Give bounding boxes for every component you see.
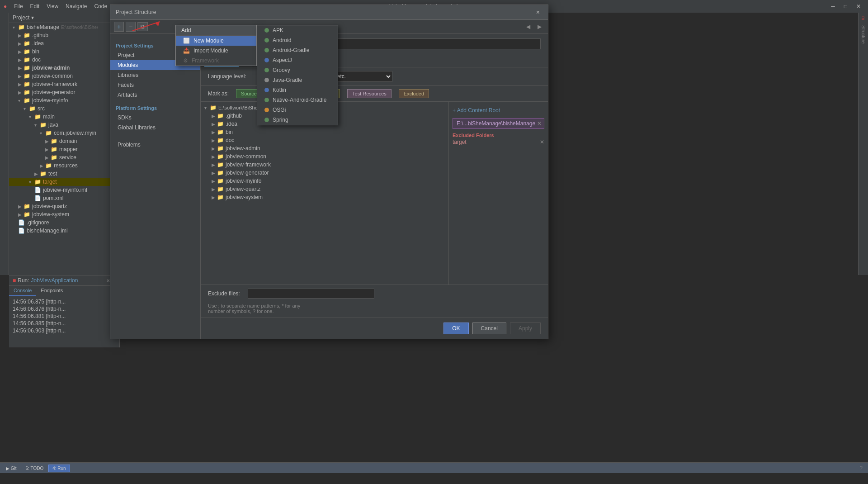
maven-icon[interactable]: m (861, 14, 866, 22)
apply-button[interactable]: Apply (510, 323, 541, 334)
tree-jobview-myinfo[interactable]: ▾📁jobview-myinfo (9, 96, 119, 104)
jobview-system-icon: 📁 (217, 194, 224, 200)
file-tree-jobview-system[interactable]: ▶ 📁 jobview-system (201, 193, 448, 201)
file-tree-doc[interactable]: ▶ 📁 doc (201, 136, 448, 144)
file-tree-jobview-quartz[interactable]: ▶ 📁 jobview-quartz (201, 185, 448, 193)
tab-endpoints[interactable]: Endpoints (36, 286, 67, 296)
submenu-groovy[interactable]: Groovy (257, 65, 338, 75)
import-module-icon: 📥 (183, 47, 190, 54)
sidebar-global-libraries[interactable]: Global Libraries (110, 123, 200, 133)
submenu-native-android-gradle[interactable]: Native-Android-Gradle (257, 95, 338, 105)
dropdown-import-module[interactable]: 📥 Import Module (176, 46, 256, 56)
submenu-spring[interactable]: Spring (257, 115, 338, 125)
tree-target[interactable]: ▾📁target (9, 178, 119, 186)
submenu-java-gradle[interactable]: Java-Gradle (257, 75, 338, 85)
menu-code[interactable]: Code (90, 1, 111, 11)
taskbar-todo[interactable]: 6: TODO (22, 465, 48, 472)
mark-excluded-btn[interactable]: Excluded (399, 89, 429, 98)
exclude-hint: Use ; to separate name patterns, * for a… (201, 302, 548, 318)
file-tree-area: ▾ 📁 E:\softwork\BiShe\biSheManage\bisheM… (201, 102, 548, 285)
maximize-btn[interactable]: □ (840, 2, 851, 10)
tree-bishemanage-iml[interactable]: 📄bisheManage.iml (9, 227, 119, 235)
cancel-button[interactable]: Cancel (472, 323, 506, 334)
nav-forward-btn[interactable]: ▶ (535, 23, 544, 31)
language-level-label: Language level: (208, 73, 253, 80)
sidebar-artifacts[interactable]: Artifacts (110, 90, 200, 100)
content-root-remove-icon[interactable]: ✕ (537, 120, 542, 127)
window-close-btn[interactable]: ✕ (853, 2, 864, 10)
native-android-dot (264, 98, 269, 102)
tree-src[interactable]: ▾📁src (9, 104, 119, 113)
submenu-kotlin[interactable]: Kotlin (257, 85, 338, 95)
tree-jobview-framework[interactable]: ▶📁jobview-framework (9, 80, 119, 88)
menu-file[interactable]: File (10, 1, 26, 11)
tree-domain[interactable]: ▶📁domain (9, 137, 119, 145)
tree-main[interactable]: ▾📁main (9, 113, 119, 121)
mark-test-resources-btn[interactable]: Test Resources (347, 89, 392, 98)
tree-mapper[interactable]: ▶📁mapper (9, 145, 119, 153)
submenu-osgi[interactable]: OSGi (257, 105, 338, 115)
tree-test[interactable]: ▶📁test (9, 170, 119, 178)
taskbar-run[interactable]: 4: Run (48, 465, 70, 472)
tab-console[interactable]: Console (9, 286, 36, 296)
exclude-files-input[interactable] (248, 289, 374, 299)
ok-button[interactable]: OK (443, 323, 468, 334)
submenu-aspectj[interactable]: AspectJ (257, 55, 338, 65)
submenu-android[interactable]: Android (257, 35, 338, 45)
tree-jobview-common[interactable]: ▶📁jobview-common (9, 72, 119, 80)
tree-doc[interactable]: ▶📁doc (9, 56, 119, 64)
tree-bin[interactable]: ▶📁bin (9, 47, 119, 56)
tree-jobview-admin[interactable]: ▶📁jobview-admin (9, 64, 119, 72)
copy-btn[interactable]: ⧉ (137, 22, 148, 31)
menu-view[interactable]: View (43, 1, 62, 11)
add-btn[interactable]: + (114, 22, 124, 32)
menu-edit[interactable]: Edit (27, 1, 43, 11)
android-gradle-dot (264, 48, 269, 52)
file-tree-jobview-common[interactable]: ▶ 📁 jobview-common (201, 152, 448, 161)
dropdown-add-menu: Add ⬜ New Module 📥 Import Module ⚙ Frame… (175, 25, 257, 66)
tree-jobview-quartz[interactable]: ▶📁jobview-quartz (9, 202, 119, 210)
idea-folder-icon: 📁 (217, 121, 224, 127)
file-tree-bin[interactable]: ▶ 📁 bin (201, 128, 448, 136)
remove-btn[interactable]: − (126, 22, 136, 32)
taskbar-git[interactable]: ▶ Git (2, 465, 21, 472)
tree-jobview-generator[interactable]: ▶📁jobview-generator (9, 88, 119, 96)
file-tree-jobview-framework[interactable]: ▶ 📁 jobview-framework (201, 161, 448, 169)
sidebar-facets[interactable]: Facets (110, 80, 200, 90)
aspectj-dot (264, 58, 269, 62)
menu-navigate[interactable]: Navigate (62, 1, 90, 11)
help-btn[interactable]: ? (856, 465, 866, 471)
sidebar-sdks[interactable]: SDKs (110, 113, 200, 123)
add-content-root-btn[interactable]: + Add Content Root (453, 105, 544, 115)
sidebar-problems[interactable]: Problems (110, 140, 200, 150)
close-run-icon[interactable]: ✕ (106, 278, 110, 283)
tree-idea[interactable]: ▶📁.idea (9, 39, 119, 47)
stop-icon[interactable]: ■ (13, 277, 16, 284)
content-root-item[interactable]: E:\...biSheManage\bisheManage ✕ (453, 118, 544, 129)
tree-github[interactable]: ▶📁.github (9, 31, 119, 39)
tree-root[interactable]: ▾ 📁 bisheManage E:\softwork\BiShe\ (9, 23, 119, 31)
file-tree-jobview-admin[interactable]: ▶ 📁 jobview-admin (201, 144, 448, 152)
tree-service[interactable]: ▶📁service (9, 153, 119, 161)
submenu-android-gradle[interactable]: Android-Gradle (257, 45, 338, 55)
structure-icon[interactable]: Structure (861, 24, 866, 46)
dialog-close-btn[interactable]: × (533, 8, 542, 17)
file-tree-jobview-myinfo[interactable]: ▶ 📁 jobview-myinfo (201, 177, 448, 185)
tree-gitignore[interactable]: 📄.gitignore (9, 218, 119, 227)
tree-resources[interactable]: ▶📁resources (9, 161, 119, 170)
nav-back-btn[interactable]: ◀ (524, 23, 533, 31)
file-tree-jobview-generator[interactable]: ▶ 📁 jobview-generator (201, 169, 448, 177)
tree-pom-xml[interactable]: 📄pom.xml (9, 194, 119, 202)
sidebar-libraries[interactable]: Libraries (110, 70, 200, 80)
tree-jobview-system[interactable]: ▶📁jobview-system (9, 210, 119, 218)
tree-myinfo-iml[interactable]: 📄jobview-myinfo.iml (9, 186, 119, 194)
tree-java[interactable]: ▾📁java (9, 121, 119, 129)
log-line-1: 14:56:06.875 [http-n... (13, 298, 116, 305)
tree-com-jobview[interactable]: ▾📁com.jobview.myin (9, 129, 119, 137)
excluded-remove-icon[interactable]: ✕ (540, 139, 544, 145)
bin-folder-icon: 📁 (217, 129, 224, 135)
dropdown-new-module[interactable]: ⬜ New Module (176, 36, 256, 46)
excluded-folder-target: target ✕ (453, 138, 544, 146)
minimize-btn[interactable]: ─ (827, 2, 839, 10)
submenu-apk[interactable]: APK (257, 25, 338, 35)
